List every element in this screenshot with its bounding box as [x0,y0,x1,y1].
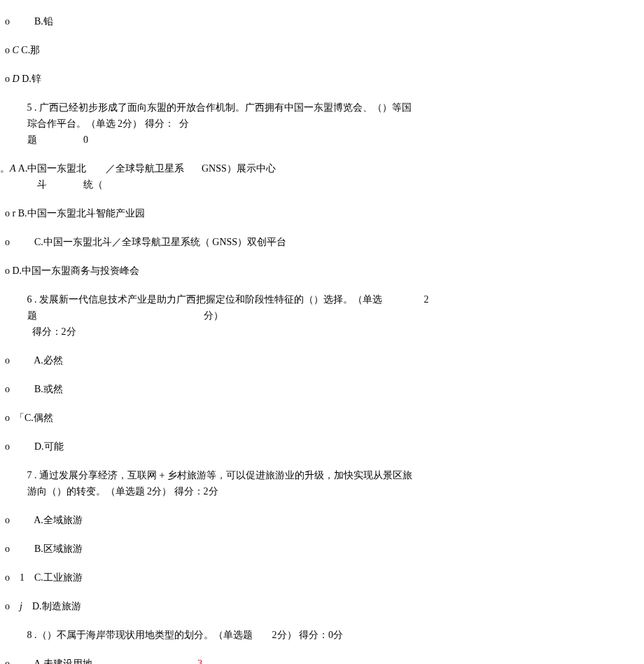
line-text: D.锌 [22,74,41,84]
line-prefix: o [0,601,20,611]
document-body: o B.铅 o C C.那 o D D.锌 5 . 广西已经初步形成了面向东盟的… [0,14,644,664]
padding [92,658,198,664]
line-prefix: o [0,45,13,55]
line-text: B.区域旅游 [34,544,83,554]
line-prefix: o [0,515,34,525]
text-line: 8 .（）不属于海岸带现状用地类型的划分。（单选题 2分） 得分：0分 [0,628,644,642]
text-line: o C C.那 [0,43,644,57]
line-prefix [0,179,37,190]
text-line: 5 . 广西已经初步形成了面向东盟的开放合作机制。广西拥有中国一东盟博览会、（）… [0,100,644,115]
line-prefix [0,134,27,145]
text-line: o B.区域旅游 [0,541,644,556]
line-prefix: o [0,384,34,394]
line-text: B.中国一东盟北斗智能产业园 [18,208,145,219]
text-line: 。A A.中国一东盟北 ／全球导航卫星系 GNSS）展示中心 [0,161,644,176]
line-prefix: o r [0,208,18,219]
line-text: 7 . 通过发展分享经济，互联网 + 乡村旅游等，可以促进旅游业的升级，加快实现… [27,470,412,480]
text-line: o 1 C.工业旅游 [0,570,644,585]
text-line: o 「C.偶然 [0,410,644,425]
line-text: 5 . 广西已经初步形成了面向东盟的开放合作机制。广西拥有中国一东盟博览会、（）… [27,102,412,113]
text-line: 题 0 [0,132,644,147]
line-text: D.制造旅游 [32,601,81,611]
line-text: 斗 统（ [37,179,104,190]
line-prefix: o [0,74,13,84]
line-text: C.工业旅游 [34,572,83,583]
line-text: 琮合作平台。（单选 2分） 得分： 分 [27,118,189,129]
line-prefix: o [0,544,34,554]
text-line: 得分：2分 [0,324,644,339]
line-prefix [0,630,27,640]
italic-marker: A [10,163,18,174]
line-text: B.铅 [34,16,53,27]
line-prefix: o [0,265,13,276]
italic-marker: C [13,45,22,55]
text-line: o A.必然 [0,353,644,368]
line-prefix [0,118,27,129]
text-line: o B.铅 [0,14,644,29]
text-line: o A.未建设用地 3 [0,656,644,664]
page-number: 3 [197,658,202,664]
line-text: B.或然 [34,384,63,394]
line-prefix: o [0,413,15,423]
line-text: A.未建设用地 [34,658,92,664]
text-line: o A.全域旅游 [0,513,644,527]
text-line: o j D.制造旅游 [0,599,644,614]
line-prefix: o [0,355,34,366]
line-text: A.中国一东盟北 ／全球导航卫星系 GNSS）展示中心 [18,163,276,174]
text-line: 题 分） [0,308,644,323]
line-prefix [0,294,27,305]
line-prefix: o [0,441,34,452]
text-line: o D.中国一东盟商务与投资峰会 [0,263,644,278]
text-line: 琮合作平台。（单选 2分） 得分： 分 [0,116,644,131]
line-prefix [0,102,27,113]
text-line: o B.或然 [0,382,644,396]
line-text: A.全域旅游 [34,515,83,525]
line-prefix: o [0,658,34,664]
line-prefix [0,486,27,497]
italic-marker: j [20,601,32,611]
line-text: 题 0 [27,134,89,145]
text-line: o D.可能 [0,439,644,454]
line-text: D.中国一东盟商务与投资峰会 [13,265,140,276]
text-line: o C.中国一东盟北斗／全球导航卫星系统（ GNSS）双创平台 [0,235,644,249]
text-line: 6 . 发展新一代信息技术产业是助力广西把握定位和阶段性特征的（）选择。（单选 … [0,292,644,307]
line-text: 题 分） [27,310,223,321]
line-text: 得分：2分 [32,326,76,337]
text-line: 斗 统（ [0,177,644,192]
text-line: o r B.中国一东盟北斗智能产业园 [0,206,644,221]
line-text: D.可能 [34,441,64,452]
text-line: 7 . 通过发展分享经济，互联网 + 乡村旅游等，可以促进旅游业的升级，加快实现… [0,468,644,483]
line-text: C.那 [21,45,40,55]
line-text: 6 . 发展新一代信息技术产业是助力广西把握定位和阶段性特征的（）选择。（单选 … [27,294,429,305]
line-prefix [0,470,27,480]
line-prefix: o 1 [0,572,34,583]
line-text: 8 .（）不属于海岸带现状用地类型的划分。（单选题 2分） 得分：0分 [27,630,344,640]
line-prefix [0,326,32,337]
line-text: 「C.偶然 [15,413,53,423]
text-line: 游向（）的转变。（单选题 2分） 得分：2分 [0,484,644,499]
text-line: o D D.锌 [0,71,644,86]
line-text: 游向（）的转变。（单选题 2分） 得分：2分 [27,486,218,497]
line-prefix: 。 [0,163,10,174]
line-prefix [0,310,27,321]
line-text: C.中国一东盟北斗／全球导航卫星系统（ GNSS）双创平台 [34,237,286,247]
line-text: A.必然 [34,355,63,366]
line-prefix: o [0,237,34,247]
line-prefix: o [0,16,34,27]
italic-marker: D [13,74,22,84]
